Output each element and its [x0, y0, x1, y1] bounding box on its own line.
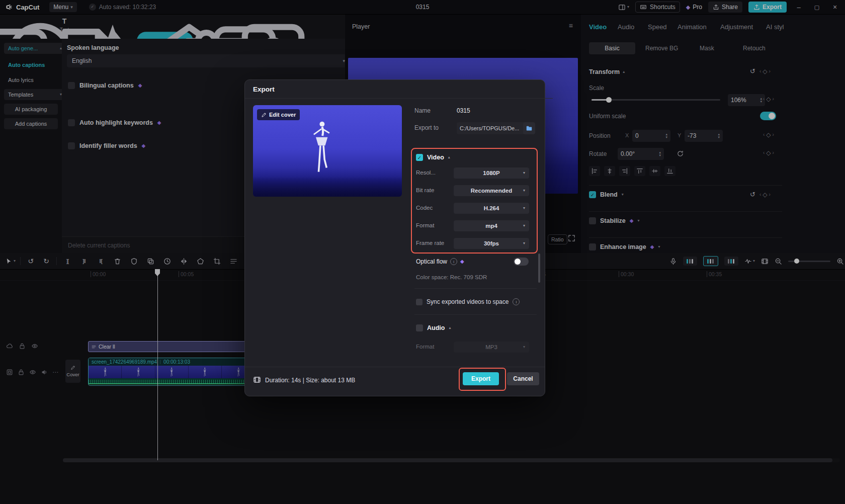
chevron-down-icon — [523, 189, 525, 193]
codec-label: Codec — [416, 205, 433, 211]
optical-flow-label: Optical flow — [416, 258, 447, 265]
browse-folder-button[interactable] — [523, 122, 535, 134]
chevron-down-icon — [523, 206, 525, 210]
optical-flow-row: Optical flow i — [416, 258, 464, 265]
framerate-select[interactable]: 30fps — [454, 238, 529, 249]
color-space-text: Color space: Rec. 709 SDR — [416, 274, 487, 280]
audio-format-label: Format — [416, 344, 434, 350]
dialog-cancel-button[interactable]: Cancel — [507, 372, 539, 385]
audio-section-header[interactable]: Audio — [416, 324, 451, 331]
video-section-header[interactable]: Video — [416, 154, 450, 161]
info-icon[interactable]: i — [513, 298, 520, 305]
dialog-scrollbar-thumb[interactable] — [538, 254, 540, 283]
sync-to-space-label: Sync exported videos to space — [427, 298, 509, 305]
export-dialog-overlay: Export Edit cover Name 0315 Export to C:… — [0, 0, 845, 504]
export-dialog-title: Export — [253, 86, 275, 93]
pro-diamond-icon — [460, 259, 464, 264]
edit-cover-button[interactable]: Edit cover — [257, 109, 300, 120]
format-label: Format — [416, 222, 434, 228]
chevron-down-icon — [523, 345, 525, 349]
export-summary: Duration: 14s | Size: about 13 MB — [265, 377, 355, 384]
name-label: Name — [414, 107, 431, 114]
video-section-checkbox[interactable] — [416, 154, 423, 161]
format-select[interactable]: mp4 — [454, 220, 529, 231]
bitrate-label: Bit rate — [416, 187, 434, 193]
chevron-up-icon — [448, 155, 450, 159]
audio-section-title: Audio — [427, 324, 445, 331]
export-cover-thumbnail: Edit cover — [253, 105, 402, 197]
codec-select[interactable]: H.264 — [454, 203, 529, 214]
bitrate-select[interactable]: Recommended — [454, 185, 529, 196]
resolution-label: Resol... — [416, 170, 436, 176]
export-dialog: Export Edit cover Name 0315 Export to C:… — [244, 79, 545, 396]
export-dialog-header: Export — [245, 80, 553, 99]
dancer-figure — [307, 119, 335, 182]
capcut-app: CapCut Menu Auto saved: 10:32:23 0315 Sh… — [0, 0, 845, 504]
sync-to-space-checkbox[interactable] — [416, 299, 422, 305]
chevron-down-icon — [523, 224, 525, 228]
optical-flow-toggle[interactable] — [514, 258, 529, 266]
name-value[interactable]: 0315 — [457, 107, 470, 114]
resolution-select[interactable]: 1080P — [454, 167, 529, 179]
sync-to-space-row: Sync exported videos to space i — [416, 298, 520, 305]
edit-cover-label: Edit cover — [269, 112, 296, 118]
video-section-title: Video — [427, 154, 444, 161]
chevron-up-icon — [449, 326, 451, 330]
chevron-down-icon — [523, 241, 525, 245]
film-icon — [253, 376, 261, 384]
info-icon[interactable]: i — [450, 258, 457, 265]
pencil-icon — [261, 112, 267, 118]
dialog-export-button[interactable]: Export — [463, 372, 499, 385]
folder-icon — [526, 125, 533, 132]
chevron-down-icon — [523, 171, 525, 175]
export-path-field[interactable]: C:/Users/TOPGUS/De... — [457, 122, 527, 134]
export-to-label: Export to — [414, 124, 439, 131]
audio-format-select[interactable]: MP3 — [454, 342, 529, 353]
framerate-label: Frame rate — [416, 240, 444, 246]
audio-section-checkbox[interactable] — [416, 324, 423, 331]
